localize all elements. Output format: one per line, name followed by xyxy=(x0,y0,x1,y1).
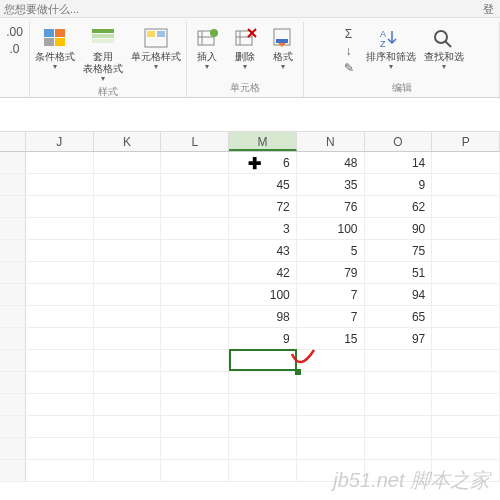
cell[interactable] xyxy=(432,262,500,283)
cell[interactable] xyxy=(432,350,500,371)
autosum-button[interactable]: Σ xyxy=(339,26,359,42)
column-header[interactable]: O xyxy=(365,132,433,151)
fill-handle[interactable] xyxy=(295,369,301,375)
cell[interactable] xyxy=(161,152,229,173)
cell[interactable]: 98 xyxy=(229,306,297,327)
sort-filter-button[interactable]: AZ 排序和筛选 ▾ xyxy=(363,24,419,73)
row-header[interactable] xyxy=(0,196,26,217)
row-header[interactable] xyxy=(0,284,26,305)
cell[interactable] xyxy=(26,218,94,239)
fill-button[interactable]: ↓ xyxy=(339,43,359,59)
cell[interactable] xyxy=(432,196,500,217)
cell[interactable]: 94 xyxy=(365,284,433,305)
cell[interactable]: 6 xyxy=(229,152,297,173)
cell[interactable] xyxy=(94,372,162,393)
cell[interactable] xyxy=(94,460,162,481)
cell[interactable] xyxy=(229,460,297,481)
cell[interactable]: 97 xyxy=(365,328,433,349)
row-header[interactable] xyxy=(0,416,26,437)
cell[interactable] xyxy=(365,394,433,415)
column-header[interactable]: K xyxy=(94,132,162,151)
cell[interactable] xyxy=(432,240,500,261)
cell[interactable] xyxy=(365,372,433,393)
cell[interactable] xyxy=(229,394,297,415)
cell[interactable] xyxy=(161,372,229,393)
row-header[interactable] xyxy=(0,152,26,173)
cell[interactable] xyxy=(161,438,229,459)
row-header[interactable] xyxy=(0,174,26,195)
cell[interactable]: 90 xyxy=(365,218,433,239)
cell[interactable] xyxy=(297,394,365,415)
cell[interactable] xyxy=(432,328,500,349)
cell[interactable]: 3 xyxy=(229,218,297,239)
cell[interactable]: 72 xyxy=(229,196,297,217)
row-header[interactable] xyxy=(0,240,26,261)
cell[interactable] xyxy=(94,152,162,173)
select-all-corner[interactable] xyxy=(0,132,26,151)
cell[interactable] xyxy=(94,240,162,261)
cell[interactable]: 7 xyxy=(297,284,365,305)
cell[interactable] xyxy=(161,328,229,349)
cell[interactable] xyxy=(297,350,365,371)
cell[interactable] xyxy=(94,350,162,371)
cell[interactable] xyxy=(94,416,162,437)
cell[interactable]: 5 xyxy=(297,240,365,261)
cell[interactable] xyxy=(161,218,229,239)
cell[interactable] xyxy=(26,152,94,173)
row-header[interactable] xyxy=(0,306,26,327)
cell[interactable] xyxy=(432,372,500,393)
cell[interactable] xyxy=(26,372,94,393)
cell[interactable]: 100 xyxy=(229,284,297,305)
cell[interactable] xyxy=(432,284,500,305)
cell[interactable] xyxy=(161,394,229,415)
cell[interactable]: 100 xyxy=(297,218,365,239)
cell[interactable] xyxy=(161,240,229,261)
cell[interactable] xyxy=(161,174,229,195)
increase-decimal-button[interactable]: .0 xyxy=(5,41,25,57)
tell-me-bar[interactable]: 您想要做什么... 登 xyxy=(0,0,500,18)
cell[interactable] xyxy=(432,218,500,239)
cell[interactable] xyxy=(94,328,162,349)
cell[interactable] xyxy=(26,196,94,217)
cell[interactable]: 9 xyxy=(229,328,297,349)
cell[interactable]: 43 xyxy=(229,240,297,261)
cell[interactable] xyxy=(26,438,94,459)
cell[interactable] xyxy=(432,306,500,327)
cell[interactable] xyxy=(432,416,500,437)
cell[interactable] xyxy=(229,416,297,437)
cell[interactable]: 48 xyxy=(297,152,365,173)
row-header[interactable] xyxy=(0,460,26,481)
cell[interactable] xyxy=(161,284,229,305)
cell[interactable]: 76 xyxy=(297,196,365,217)
cell[interactable]: 35 xyxy=(297,174,365,195)
cell[interactable] xyxy=(26,394,94,415)
column-header[interactable]: P xyxy=(432,132,500,151)
cell[interactable] xyxy=(94,196,162,217)
cell[interactable] xyxy=(229,350,297,371)
cell[interactable] xyxy=(432,152,500,173)
cell[interactable] xyxy=(26,306,94,327)
row-header[interactable] xyxy=(0,262,26,283)
row-header[interactable] xyxy=(0,350,26,371)
cell[interactable]: 62 xyxy=(365,196,433,217)
cell[interactable] xyxy=(297,438,365,459)
cell[interactable] xyxy=(94,218,162,239)
cell[interactable] xyxy=(94,284,162,305)
cell[interactable] xyxy=(365,350,433,371)
cell[interactable] xyxy=(26,174,94,195)
cell[interactable]: 79 xyxy=(297,262,365,283)
clear-button[interactable]: ✎ xyxy=(339,60,359,76)
cell[interactable] xyxy=(94,174,162,195)
cell[interactable]: 7 xyxy=(297,306,365,327)
cell[interactable] xyxy=(432,438,500,459)
decrease-decimal-button[interactable]: .00 xyxy=(5,24,25,40)
insert-button[interactable]: 插入 ▾ xyxy=(189,24,225,73)
row-header[interactable] xyxy=(0,394,26,415)
cell[interactable] xyxy=(26,284,94,305)
delete-button[interactable]: 删除 ▾ xyxy=(227,24,263,73)
cell[interactable] xyxy=(365,416,433,437)
find-select-button[interactable]: 查找和选 ▾ xyxy=(421,24,467,73)
cell[interactable] xyxy=(229,438,297,459)
column-header[interactable]: N xyxy=(297,132,365,151)
cell[interactable]: 15 xyxy=(297,328,365,349)
